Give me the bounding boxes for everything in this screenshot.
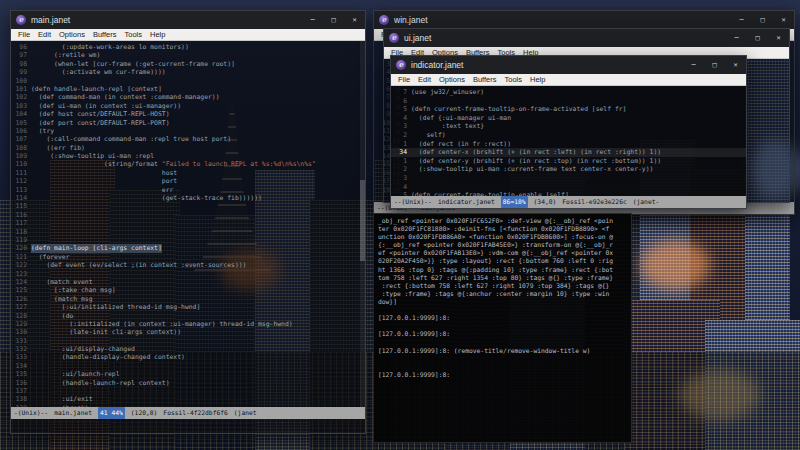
- code-line: 110 (string/format "Failed to launch REP…: [11, 160, 365, 168]
- code-line: 129 (:initialized (in context :ui-manage…: [11, 320, 365, 328]
- terminal-line: [127.0.0.1:9999]:8:: [378, 330, 627, 338]
- menu-item-options[interactable]: Options: [55, 30, 89, 39]
- code-line: 122 (def event (ev/select ;(in context :…: [11, 261, 365, 269]
- scrollbar[interactable]: [360, 41, 365, 407]
- modeline-prefix: --(Unix)--: [394, 196, 432, 208]
- maximize-button[interactable]: □: [323, 11, 344, 29]
- terminal-line: [378, 322, 627, 330]
- code-line: 105 (def port const/DEFAULT-REPL-PORT): [11, 119, 365, 127]
- close-button[interactable]: ✕: [773, 11, 794, 29]
- code-line: 131: [11, 337, 365, 345]
- modeline-major-mode: (janet: [234, 407, 257, 419]
- terminal-line: _obj_ref <pointer 0x020F1FC652F0> :def-v…: [378, 217, 627, 225]
- code-editor[interactable]: 7(use jw32/_winuser)65(defn current-fram…: [391, 86, 746, 196]
- code-line: 5(defn current-frame-tooltip-on-frame-ac…: [391, 105, 746, 114]
- code-line: 118: [11, 228, 365, 236]
- titlebar[interactable]: e indicator.janet ─ □ ✕: [391, 56, 746, 74]
- window-main-janet: e main.janet ─ □ ✕ FileEditOptionsBuffer…: [10, 10, 366, 434]
- modeline-position: (34,0): [534, 196, 557, 208]
- menu-item-file[interactable]: File: [14, 30, 34, 39]
- titlebar[interactable]: e main.janet ─ □ ✕: [11, 11, 365, 29]
- window-title: win.janet: [394, 15, 726, 25]
- menu-item-edit[interactable]: Edit: [34, 30, 55, 39]
- menu-item-tools[interactable]: Tools: [121, 30, 147, 39]
- window-controls: ─ □ ✕: [302, 11, 365, 29]
- code-line: 99 (:activate wm cur-frame)))): [11, 68, 365, 76]
- menu-item-edit[interactable]: Edit: [414, 75, 435, 84]
- code-line: 135 :ui/launch-repl: [11, 370, 365, 378]
- terminal-line: [127.0.0.1:9999]:8:: [378, 371, 627, 379]
- maximize-button[interactable]: □: [704, 56, 725, 74]
- terminal-line: :rect {:bottom 758 :left 627 :right 1079…: [378, 282, 627, 290]
- echo-area: [11, 419, 365, 433]
- menu-item-buffers[interactable]: Buffers: [469, 75, 501, 84]
- emacs-icon: e: [379, 15, 389, 25]
- menu-item-help[interactable]: Help: [146, 30, 169, 39]
- code-line: 4: [391, 183, 746, 192]
- window-title: ui.janet: [404, 33, 721, 43]
- terminal-line: [378, 306, 627, 314]
- window-controls: ─ □ ✕: [726, 29, 789, 47]
- menu-item-options[interactable]: Options: [435, 75, 469, 84]
- terminal-line: {:__obj_ref <pointer 0x020F1FAB45E0>} :t…: [378, 241, 627, 249]
- repl-terminal[interactable]: _obj_ref <pointer 0x020F1FC652F0> :def-v…: [373, 213, 632, 443]
- modeline: --(Unix)-- indicator.janet 86=18% (34,0)…: [391, 196, 746, 208]
- code-line: 4 (def {:ui-manager ui-man: [391, 114, 746, 123]
- maximize-button[interactable]: □: [747, 29, 768, 47]
- menubar: FileEditOptionsBuffersToolsHelp: [11, 29, 365, 41]
- close-button[interactable]: ✕: [768, 29, 789, 47]
- code-line: 101(defn handle-launch-repl [context]: [11, 85, 365, 93]
- code-line: 116: [11, 211, 365, 219]
- window-controls: ─ □ ✕: [731, 11, 794, 29]
- terminal-line: [378, 355, 627, 363]
- menu-item-help[interactable]: Help: [526, 75, 549, 84]
- minimize-button[interactable]: ─: [731, 11, 752, 29]
- emacs-icon: e: [16, 15, 26, 25]
- terminal-line: ter 0x020F1FC81880> :deinit-fns [<functi…: [378, 225, 627, 233]
- code-line: 127 [:ui/initialized thread-id msg-hwnd]: [11, 303, 365, 311]
- minimize-button[interactable]: ─: [726, 29, 747, 47]
- modeline-buffer: indicator.janet: [438, 196, 495, 208]
- code-line: 123: [11, 270, 365, 278]
- code-line: 3: [391, 174, 746, 183]
- menubar: FileEditOptionsBuffersToolsHelp: [391, 74, 746, 86]
- titlebar[interactable]: e ui.janet ─ □ ✕: [384, 29, 789, 47]
- code-line: 132 :ui/display-changed: [11, 345, 365, 353]
- code-line: 2 self): [391, 131, 746, 140]
- menu-item-file[interactable]: File: [394, 75, 414, 84]
- maximize-button[interactable]: □: [752, 11, 773, 29]
- code-line: 112 port: [11, 177, 365, 185]
- terminal-line: ht 1366 :top 0} :tags @{:padding 10} :ty…: [378, 266, 627, 274]
- code-line: 98 (when-let [cur-frame (:get-current-fr…: [11, 60, 365, 68]
- modeline-position: (120,8): [131, 407, 158, 419]
- code-line: 130 (late-init cli-args context)): [11, 328, 365, 336]
- code-line: 100: [11, 77, 365, 85]
- close-button[interactable]: ✕: [344, 11, 365, 29]
- window-indicator-janet: e indicator.janet ─ □ ✕ FileEditOptionsB…: [390, 55, 747, 209]
- code-line: 34 (def center-x (brshift (+ (in rect :l…: [391, 148, 746, 157]
- terminal-line: unction 0x020F1FDB86A0> <function 0x020F…: [378, 233, 627, 241]
- modeline-scroll-chip: 86=18%: [501, 196, 528, 208]
- code-line: 5(defn current-frame-tooltip-enable [sel…: [391, 191, 746, 196]
- code-line: 117: [11, 219, 365, 227]
- code-line: 128 (do: [11, 312, 365, 320]
- minimize-button[interactable]: ─: [683, 56, 704, 74]
- code-line: 102 (def command-man (in context :comman…: [11, 93, 365, 101]
- code-line: 120(defn main-loop [cli-args context]: [11, 244, 365, 252]
- code-line: 113 err: [11, 186, 365, 194]
- modeline: -(Unix)-- main.janet 41 44% (120,8) Foss…: [11, 407, 365, 419]
- modeline-prefix: -(Unix)--: [14, 407, 48, 419]
- titlebar[interactable]: e win.janet ─ □ ✕: [374, 11, 794, 29]
- desktop: e win.janet ─ □ ✕ FileEditOptionsBuffers…: [0, 0, 800, 450]
- terminal-line: dow}]: [378, 298, 627, 306]
- minimize-button[interactable]: ─: [302, 11, 323, 29]
- menu-item-tools[interactable]: Tools: [501, 75, 527, 84]
- terminal-line: tom 758 :left 627 :right 1354 :top 80} :…: [378, 274, 627, 282]
- code-editor[interactable]: 96 (:update-work-areas lo monitors))97 (…: [11, 41, 365, 407]
- scrollbar-thumb[interactable]: [360, 180, 365, 261]
- emacs-icon: e: [396, 60, 406, 70]
- close-button[interactable]: ✕: [725, 56, 746, 74]
- code-line: 106 (try: [11, 127, 365, 135]
- menu-item-buffers[interactable]: Buffers: [89, 30, 121, 39]
- code-line: 1 (def rect (in fr :rect)): [391, 140, 746, 149]
